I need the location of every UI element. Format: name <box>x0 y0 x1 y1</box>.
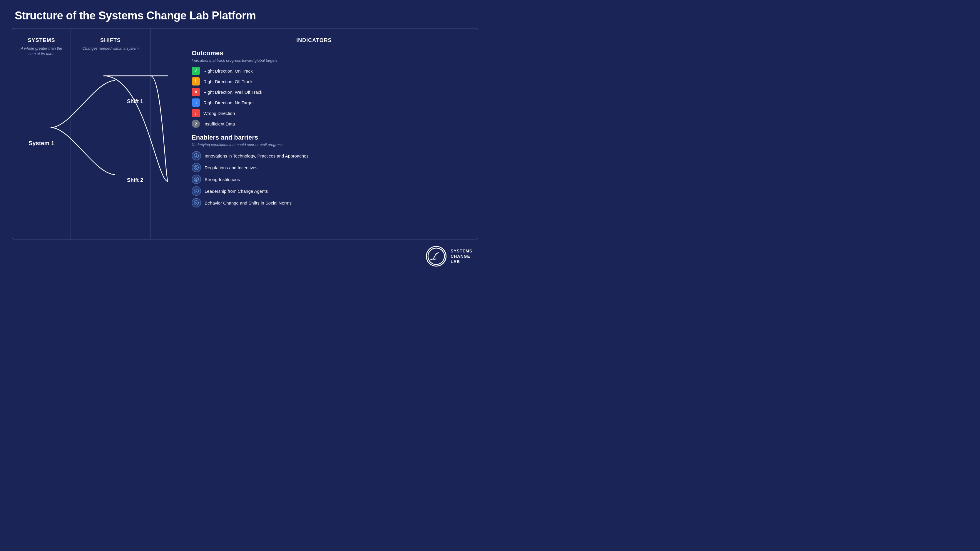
enablers-title: Enablers and barriers <box>192 134 466 141</box>
outcomes-section: Outcomes Indicators that track progress … <box>192 49 466 128</box>
enablers-section: Enablers and barriers Underlying conditi… <box>192 134 466 208</box>
outcomes-subtitle: Indicators that track progress toward gl… <box>192 58 466 63</box>
logo-area: SYSTEMS CHANGE LAB <box>426 246 473 267</box>
shifts-curves-svg <box>77 51 144 230</box>
indicators-column: INDICATORS <box>151 29 478 239</box>
outcome-item-6: ? Insufficient Data <box>192 120 466 128</box>
page-title: Structure of the Systems Change Lab Plat… <box>0 0 490 28</box>
indicators-curves-svg <box>162 49 221 230</box>
enablers-subtitle: Underlying conditions that could spur or… <box>192 143 466 147</box>
enabler-item-3: Strong Institutions <box>192 175 466 184</box>
systems-subheader: A whole greater than the sum of its part… <box>18 46 65 56</box>
svg-point-10 <box>428 248 444 265</box>
logo-circle <box>426 246 447 267</box>
shifts-column: SHIFTS Changes needed within a system Sh… <box>71 29 151 239</box>
main-container: SYSTEMS A whole greater than the sum of … <box>12 28 478 240</box>
outcome-item-5: ↓ Wrong Direction <box>192 109 466 117</box>
outcome-item-1: ✓ Right Direction, On Track <box>192 67 466 75</box>
enabler-item-5: Behavior Change and Shifts in Social Nor… <box>192 198 466 208</box>
enabler-item-2: Regulations and Incentives <box>192 163 466 172</box>
logo-text: SYSTEMS CHANGE LAB <box>450 248 473 265</box>
enabler-item-1: Innovations in Technology, Practices and… <box>192 151 466 160</box>
outcome-item-3: ✕ Right Direction, Well Off Track <box>192 88 466 96</box>
system1-label: System 1 <box>29 140 54 147</box>
shift2-label: Shift 2 <box>127 177 143 183</box>
outcomes-title: Outcomes <box>192 49 466 57</box>
shifts-header: SHIFTS <box>100 37 121 43</box>
systems-column: SYSTEMS A whole greater than the sum of … <box>12 29 71 239</box>
indicators-header: INDICATORS <box>162 37 466 43</box>
enabler-item-4: Leadership from Change Agents <box>192 186 466 196</box>
systems-header: SYSTEMS <box>28 37 55 43</box>
outcome-item-4: → Right Direction, No Target <box>192 98 466 107</box>
outcome-item-2: ! Right Direction, Off Track <box>192 77 466 86</box>
shifts-subheader: Changes needed within a system <box>82 46 139 51</box>
